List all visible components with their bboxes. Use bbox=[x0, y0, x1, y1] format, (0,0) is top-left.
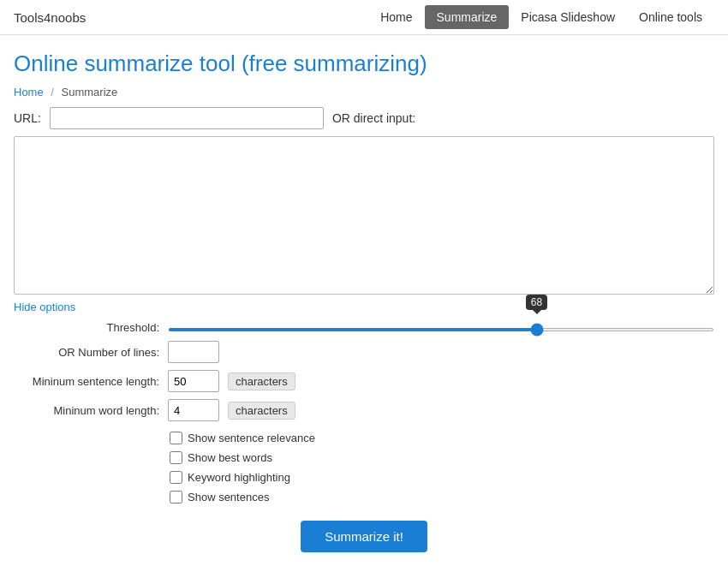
breadcrumb-separator: / bbox=[51, 86, 54, 98]
checkbox-show-best-words[interactable]: Show best words bbox=[170, 451, 714, 464]
url-label: URL: bbox=[14, 111, 41, 125]
min-word-label: Mininum word length: bbox=[14, 404, 159, 417]
url-input[interactable] bbox=[50, 107, 324, 129]
nav-links: Home Summarize Picasa Slideshow Online t… bbox=[368, 5, 714, 29]
page-title: Online summarize tool (free summarizing) bbox=[0, 35, 728, 86]
breadcrumb-current: Summarize bbox=[62, 86, 118, 98]
breadcrumb: Home / Summarize bbox=[0, 86, 728, 107]
direct-input-label: OR direct input: bbox=[332, 111, 415, 125]
slider-container: 68 bbox=[168, 320, 714, 334]
slider-tooltip: 68 bbox=[526, 295, 547, 310]
hide-options-link[interactable]: Hide options bbox=[14, 301, 75, 313]
options-section: Threshold: 68 OR Number of lines: Mininu… bbox=[14, 320, 714, 504]
min-sentence-label: Mininum sentence length: bbox=[14, 375, 159, 388]
min-sentence-unit: characters bbox=[228, 372, 295, 390]
direct-input-textarea[interactable] bbox=[14, 136, 714, 295]
checkbox-best-words-label: Show best words bbox=[188, 451, 272, 464]
nav-online-tools[interactable]: Online tools bbox=[627, 5, 714, 29]
threshold-row: Threshold: 68 bbox=[14, 320, 714, 334]
min-sentence-input[interactable] bbox=[168, 370, 219, 392]
main-content: URL: OR direct input: Hide options Thres… bbox=[0, 107, 728, 569]
nav-home[interactable]: Home bbox=[368, 5, 424, 29]
number-of-lines-row: OR Number of lines: bbox=[14, 341, 714, 363]
threshold-slider[interactable] bbox=[168, 328, 714, 331]
nav-picasa[interactable]: Picasa Slideshow bbox=[509, 5, 627, 29]
checkbox-best-words-input[interactable] bbox=[170, 451, 182, 464]
hide-options-row: Hide options bbox=[14, 300, 714, 313]
min-word-unit: characters bbox=[228, 402, 295, 420]
min-word-input[interactable] bbox=[168, 399, 219, 421]
min-word-row: Mininum word length: characters bbox=[14, 399, 714, 421]
textarea-wrapper bbox=[14, 136, 714, 295]
checkbox-sentence-relevance-input[interactable] bbox=[170, 432, 182, 444]
nav-bar: Tools4noobs Home Summarize Picasa Slides… bbox=[0, 0, 728, 35]
number-of-lines-input[interactable] bbox=[168, 341, 219, 363]
min-sentence-row: Mininum sentence length: characters bbox=[14, 370, 714, 392]
checkbox-show-sentences-label: Show sentences bbox=[188, 491, 269, 504]
url-row: URL: OR direct input: bbox=[14, 107, 714, 129]
checkbox-keyword-highlighting-label: Keyword highlighting bbox=[188, 471, 290, 484]
nav-summarize[interactable]: Summarize bbox=[425, 5, 510, 29]
submit-row: Summarize it! bbox=[14, 521, 714, 552]
checkbox-show-sentences-input[interactable] bbox=[170, 491, 182, 504]
number-of-lines-label: OR Number of lines: bbox=[14, 346, 159, 359]
summarize-button[interactable]: Summarize it! bbox=[301, 521, 427, 552]
threshold-label: Threshold: bbox=[14, 321, 159, 334]
checkbox-group: Show sentence relevance Show best words … bbox=[170, 432, 714, 504]
breadcrumb-home[interactable]: Home bbox=[14, 86, 44, 98]
checkbox-sentence-relevance-label: Show sentence relevance bbox=[188, 432, 315, 444]
checkbox-keyword-highlighting-input[interactable] bbox=[170, 471, 182, 484]
checkbox-keyword-highlighting[interactable]: Keyword highlighting bbox=[170, 471, 714, 484]
checkbox-show-sentence-relevance[interactable]: Show sentence relevance bbox=[170, 432, 714, 444]
site-logo: Tools4noobs bbox=[14, 10, 86, 25]
checkbox-show-sentences[interactable]: Show sentences bbox=[170, 491, 714, 504]
